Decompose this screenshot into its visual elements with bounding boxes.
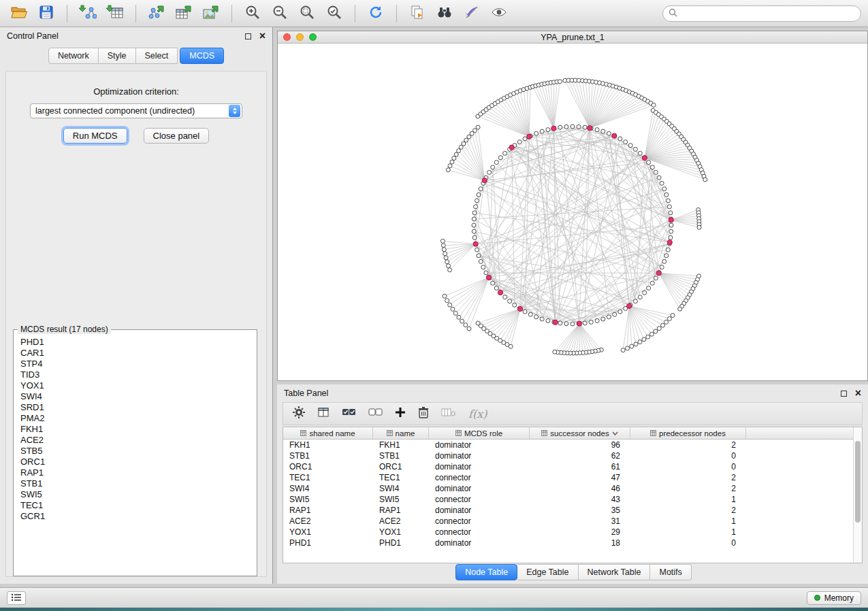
network-node[interactable] bbox=[479, 259, 483, 263]
network-graph[interactable] bbox=[278, 44, 867, 380]
show-columns-button[interactable] bbox=[317, 406, 329, 421]
table-row[interactable]: ORC1ORC1dominator610 bbox=[283, 461, 862, 472]
network-node[interactable] bbox=[494, 286, 498, 290]
network-dominator-node[interactable] bbox=[667, 240, 672, 245]
network-node[interactable] bbox=[654, 276, 658, 280]
network-leaf-node[interactable] bbox=[642, 337, 646, 342]
network-node[interactable] bbox=[508, 299, 512, 303]
network-node[interactable] bbox=[618, 137, 622, 141]
network-dominator-node[interactable] bbox=[509, 145, 514, 150]
select-all-button[interactable] bbox=[342, 406, 356, 421]
network-node[interactable] bbox=[660, 265, 664, 269]
close-panel-icon[interactable]: × bbox=[855, 388, 861, 399]
network-leaf-node[interactable] bbox=[476, 321, 480, 325]
table-row[interactable]: PHD1PHD1dominator180 bbox=[283, 538, 862, 548]
find-button[interactable] bbox=[432, 3, 457, 24]
network-node[interactable] bbox=[589, 320, 593, 324]
network-node[interactable] bbox=[475, 248, 479, 252]
zoom-in-button[interactable] bbox=[240, 3, 265, 24]
mcds-result-item[interactable]: STB5 bbox=[20, 446, 250, 457]
network-leaf-node[interactable] bbox=[646, 335, 650, 339]
criterion-dropdown[interactable]: largest connected component (undirected) bbox=[30, 103, 242, 118]
refresh-button[interactable] bbox=[364, 3, 388, 24]
table-row[interactable]: SWI5SWI5connector431 bbox=[283, 494, 862, 505]
network-node[interactable] bbox=[475, 199, 479, 203]
network-node[interactable] bbox=[498, 156, 502, 160]
network-leaf-node[interactable] bbox=[443, 294, 447, 298]
network-leaf-node[interactable] bbox=[457, 149, 461, 153]
network-node[interactable] bbox=[650, 281, 654, 285]
network-node[interactable] bbox=[513, 303, 517, 307]
network-leaf-node[interactable] bbox=[448, 268, 452, 272]
network-node[interactable] bbox=[570, 125, 575, 129]
network-node[interactable] bbox=[540, 317, 544, 321]
network-node[interactable] bbox=[669, 223, 673, 227]
network-dominator-node[interactable] bbox=[588, 126, 592, 131]
network-node[interactable] bbox=[613, 312, 617, 316]
network-dominator-node[interactable] bbox=[498, 290, 502, 295]
network-node[interactable] bbox=[654, 170, 658, 174]
network-leaf-node[interactable] bbox=[445, 260, 449, 264]
network-node[interactable] bbox=[528, 312, 532, 316]
network-node[interactable] bbox=[474, 205, 478, 209]
table-row[interactable]: RAP1RAP1dominator352 bbox=[283, 505, 862, 516]
network-leaf-node[interactable] bbox=[460, 319, 464, 323]
network-window-titlebar[interactable]: YPA_prune.txt_1 bbox=[278, 31, 867, 44]
network-leaf-node[interactable] bbox=[448, 164, 452, 168]
network-leaf-node[interactable] bbox=[444, 256, 448, 260]
network-node[interactable] bbox=[662, 259, 666, 263]
tab-style[interactable]: Style bbox=[99, 48, 136, 64]
network-leaf-node[interactable] bbox=[671, 314, 675, 318]
network-leaf-node[interactable] bbox=[661, 323, 665, 327]
network-node[interactable] bbox=[643, 291, 647, 295]
network-leaf-node[interactable] bbox=[667, 317, 671, 321]
network-node[interactable] bbox=[481, 265, 485, 269]
network-leaf-node[interactable] bbox=[621, 348, 625, 352]
network-node[interactable] bbox=[660, 181, 664, 185]
network-leaf-node[interactable] bbox=[638, 340, 642, 344]
export-image-button[interactable] bbox=[199, 3, 223, 24]
export-table-button[interactable] bbox=[172, 3, 196, 24]
network-node[interactable] bbox=[667, 205, 671, 209]
network-node[interactable] bbox=[558, 125, 562, 129]
network-leaf-node[interactable] bbox=[649, 332, 654, 336]
network-node[interactable] bbox=[477, 254, 481, 258]
network-node[interactable] bbox=[669, 235, 673, 240]
network-node[interactable] bbox=[558, 321, 562, 325]
table-row[interactable]: TEC1TEC1connector472 bbox=[283, 472, 862, 483]
table-row[interactable]: ACE2ACE2connector311 bbox=[283, 516, 862, 527]
network-node[interactable] bbox=[650, 165, 654, 169]
network-node[interactable] bbox=[647, 286, 651, 290]
network-leaf-node[interactable] bbox=[441, 244, 445, 248]
network-node[interactable] bbox=[523, 310, 527, 314]
table-row[interactable]: STB1STB1dominator620 bbox=[283, 450, 862, 461]
tab-node-table[interactable]: Node Table bbox=[455, 564, 517, 580]
zoom-fit-button[interactable] bbox=[295, 3, 319, 24]
table-row[interactable]: FKH1FKH1dominator962 bbox=[283, 440, 862, 450]
network-node[interactable] bbox=[472, 223, 476, 227]
scrollbar-thumb[interactable] bbox=[855, 441, 861, 523]
copy-style-button[interactable] bbox=[405, 3, 430, 24]
network-leaf-node[interactable] bbox=[440, 239, 445, 243]
network-node[interactable] bbox=[517, 140, 521, 144]
network-dominator-node[interactable] bbox=[482, 178, 487, 183]
tab-network-table[interactable]: Network Table bbox=[579, 564, 651, 580]
network-node[interactable] bbox=[664, 193, 669, 197]
network-leaf-node[interactable] bbox=[473, 129, 477, 133]
network-leaf-node[interactable] bbox=[634, 342, 638, 346]
close-window-icon[interactable] bbox=[283, 33, 291, 41]
network-leaf-node[interactable] bbox=[454, 152, 458, 156]
mcds-result-item[interactable]: ORC1 bbox=[20, 457, 250, 467]
network-leaf-node[interactable] bbox=[447, 264, 451, 268]
network-leaf-node[interactable] bbox=[657, 327, 661, 331]
run-mcds-button[interactable]: Run MCDS bbox=[63, 128, 127, 144]
network-node[interactable] bbox=[595, 318, 599, 323]
import-table-button[interactable] bbox=[103, 3, 127, 24]
network-dominator-node[interactable] bbox=[642, 156, 647, 161]
open-folder-button[interactable] bbox=[7, 3, 31, 24]
network-node[interactable] bbox=[633, 147, 637, 151]
mcds-result-item[interactable]: TID3 bbox=[20, 369, 250, 380]
column-header-shared-name[interactable]: shared name bbox=[283, 427, 373, 439]
delete-button[interactable] bbox=[418, 406, 429, 421]
network-dominator-node[interactable] bbox=[486, 275, 491, 280]
